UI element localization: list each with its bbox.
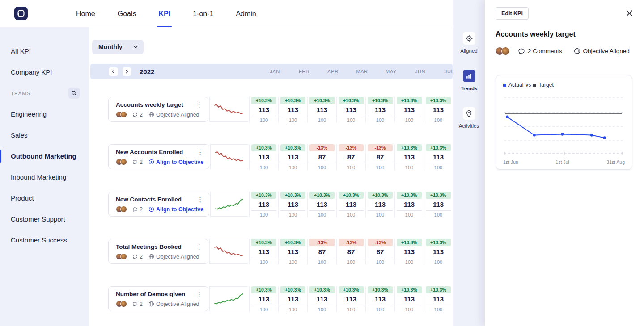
comment-count[interactable]: 2 xyxy=(132,254,143,260)
edit-kpi-button[interactable]: Edit KPI xyxy=(496,7,529,20)
sidebar-item-customer-success[interactable]: Customer Success xyxy=(0,230,89,251)
kpi-cell[interactable]: +10.3%113100 xyxy=(424,286,453,312)
kpi-card-top: Accounts weekly target⋮ xyxy=(116,101,203,108)
kpi-cell[interactable]: +10.3%113100 xyxy=(394,239,424,265)
comment-count[interactable]: 2 xyxy=(132,112,143,118)
delta-badge: -13% xyxy=(368,239,393,246)
kpi-cell[interactable]: +10.3%113100 xyxy=(424,192,453,217)
kpi-cell[interactable]: +10.3%113100 xyxy=(278,239,307,265)
nav-item-home[interactable]: Home xyxy=(76,0,95,27)
search-button[interactable] xyxy=(68,88,80,99)
legend-separator: vs xyxy=(525,82,531,88)
kpi-cell[interactable]: +10.3%113100 xyxy=(278,286,307,312)
comment-count[interactable]: 2 xyxy=(132,159,143,165)
rail-item-aligned[interactable]: Aligned xyxy=(460,32,477,54)
kpi-cell[interactable]: +10.3%113100 xyxy=(278,97,307,123)
kpi-cell[interactable]: +10.3%113100 xyxy=(249,144,278,170)
kpi-cell[interactable]: +10.3%113100 xyxy=(249,286,278,312)
sidebar-item-inbound-marketing[interactable]: Inbound Marketing xyxy=(0,167,89,188)
actual-value: 113 xyxy=(424,248,453,255)
kpi-card[interactable]: New Contacts Enrolled⋮2Align to Objectiv… xyxy=(108,192,209,217)
kebab-menu-icon[interactable]: ⋮ xyxy=(196,291,203,297)
nav-item-goals[interactable]: Goals xyxy=(118,0,136,27)
kpi-cell[interactable]: -13%87100 xyxy=(307,144,336,170)
kpi-cell[interactable]: +10.3%113100 xyxy=(307,286,336,312)
kpi-cell[interactable]: +10.3%113100 xyxy=(307,97,336,123)
comments-link[interactable]: 2 Comments xyxy=(518,48,562,55)
kpi-cell[interactable]: +10.3%113100 xyxy=(394,144,424,170)
sidebar-item-outbound-marketing[interactable]: Outbound Marketing xyxy=(0,146,89,167)
kpi-cell[interactable]: +10.3%113100 xyxy=(249,97,278,123)
kpi-cell[interactable]: +10.3%113100 xyxy=(394,286,424,312)
actual-value: 113 xyxy=(424,153,453,161)
align-to-objective-link[interactable]: Align to Objective xyxy=(148,206,203,213)
kpi-title[interactable]: Number of Demos given xyxy=(116,291,185,297)
kpi-cell[interactable]: -13%87100 xyxy=(307,239,336,265)
map-pin-icon xyxy=(463,107,475,120)
next-year-button[interactable] xyxy=(123,67,131,76)
kebab-menu-icon[interactable]: ⋮ xyxy=(197,196,203,203)
kpi-cell[interactable]: +10.3%113100 xyxy=(278,192,307,217)
actual-value: 87 xyxy=(337,153,365,161)
align-to-objective-link[interactable]: Align to Objective xyxy=(148,159,203,165)
kpi-detail-meta: 2 Comments Objective Aligned xyxy=(496,47,633,55)
nav-item-kpi[interactable]: KPI xyxy=(158,0,170,27)
target-value: 100 xyxy=(426,116,451,123)
kpi-cell[interactable]: +10.3%113100 xyxy=(424,144,453,170)
delta-badge: +10.3% xyxy=(397,192,422,199)
close-icon[interactable] xyxy=(626,9,633,19)
kpi-cell[interactable]: +10.3%113100 xyxy=(336,192,365,217)
kpi-card[interactable]: Number of Demos given⋮2Objective Aligned xyxy=(108,286,208,311)
chevron-right-icon xyxy=(125,70,129,74)
target-value: 100 xyxy=(309,163,335,170)
rail-label-trends: Trends xyxy=(461,86,478,91)
nav-item-admin[interactable]: Admin xyxy=(236,0,256,27)
kebab-menu-icon[interactable]: ⋮ xyxy=(196,101,203,108)
actual-value: 113 xyxy=(279,295,307,303)
kpi-cell[interactable]: +10.3%113100 xyxy=(365,192,394,217)
period-selector-dropdown[interactable]: Monthly xyxy=(92,40,144,54)
nav-item-1on1[interactable]: 1-on-1 xyxy=(193,0,213,27)
kpi-card[interactable]: Accounts weekly target⋮2Objective Aligne… xyxy=(108,97,208,122)
kpi-cell[interactable]: +10.3%113100 xyxy=(336,97,365,123)
kpi-cell[interactable]: +10.3%113100 xyxy=(394,97,424,123)
kpi-card[interactable]: New Accounts Enrolled⋮2Align to Objectiv… xyxy=(108,144,209,169)
kebab-menu-icon[interactable]: ⋮ xyxy=(196,243,203,250)
kpi-cell[interactable]: -13%87100 xyxy=(336,239,365,265)
kpi-cell[interactable]: +10.3%113100 xyxy=(336,286,365,312)
sidebar-item-product[interactable]: Product xyxy=(0,188,89,209)
sidebar-item-all-kpi[interactable]: All KPI xyxy=(0,41,89,62)
kpi-cell[interactable]: +10.3%113100 xyxy=(278,144,307,170)
kpi-cell[interactable]: -13%87100 xyxy=(365,144,394,170)
app-logo-icon[interactable] xyxy=(14,7,28,20)
sidebar-item-sales[interactable]: Sales xyxy=(0,125,89,146)
kpi-cell[interactable]: +10.3%113100 xyxy=(394,192,424,217)
kpi-title[interactable]: Total Meetings Booked xyxy=(116,243,182,250)
chart-x-axis-labels: 1st Jun 1st Jul 31st Aug xyxy=(503,159,625,165)
kpi-cell[interactable]: +10.3%113100 xyxy=(365,97,394,123)
kpi-cells: +10.3%113100+10.3%113100+10.3%113100+10.… xyxy=(249,97,453,123)
kpi-cell[interactable]: +10.3%113100 xyxy=(365,286,394,312)
delta-badge: +10.3% xyxy=(251,144,276,151)
kebab-menu-icon[interactable]: ⋮ xyxy=(197,149,203,155)
kpi-card[interactable]: Total Meetings Booked⋮2Objective Aligned xyxy=(108,239,208,264)
kpi-cell[interactable]: +10.3%113100 xyxy=(424,239,453,265)
comment-count[interactable]: 2 xyxy=(132,301,143,307)
kpi-cell[interactable]: -13%87100 xyxy=(365,239,394,265)
kpi-cell[interactable]: -13%87100 xyxy=(336,144,365,170)
kpi-title[interactable]: Accounts weekly target xyxy=(116,101,183,108)
kpi-cell[interactable]: +10.3%113100 xyxy=(307,192,336,217)
kpi-cell[interactable]: +10.3%113100 xyxy=(249,239,278,265)
kpi-cell[interactable]: +10.3%113100 xyxy=(249,192,278,217)
kpi-title[interactable]: New Accounts Enrolled xyxy=(116,149,183,155)
sidebar-item-customer-support[interactable]: Customer Support xyxy=(0,209,89,230)
kpi-cell[interactable]: +10.3%113100 xyxy=(424,97,453,123)
sidebar-item-engineering[interactable]: Engineering xyxy=(0,104,89,125)
kpi-title[interactable]: New Contacts Enrolled xyxy=(116,196,182,203)
comment-count[interactable]: 2 xyxy=(132,206,143,213)
prev-year-button[interactable] xyxy=(109,67,118,76)
sidebar-item-company-kpi[interactable]: Company KPI xyxy=(0,62,89,83)
rail-item-activities[interactable]: Activities xyxy=(459,107,479,129)
rail-item-trends[interactable]: Trends xyxy=(461,70,478,91)
sparkline-svg xyxy=(214,101,244,118)
